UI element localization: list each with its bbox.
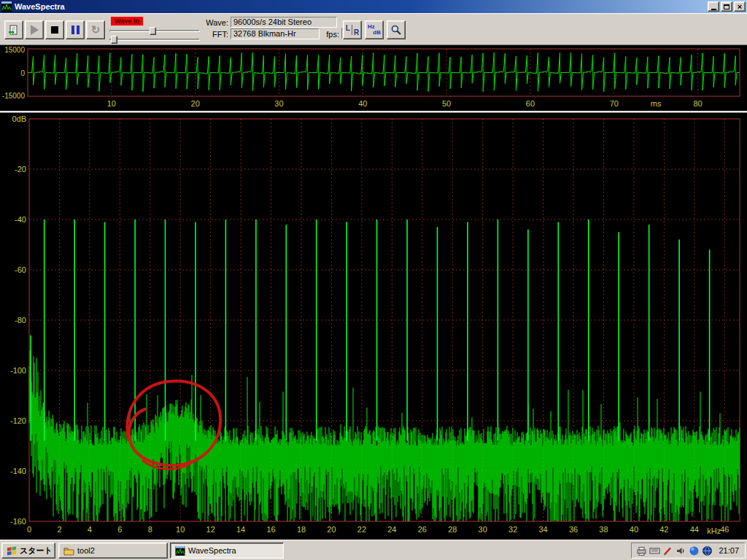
keyboard-icon[interactable] [649,545,660,556]
svg-text:-100: -100 [10,366,26,375]
svg-text:0: 0 [27,525,31,534]
svg-text:46: 46 [720,525,729,534]
svg-text:-120: -120 [10,416,26,425]
play-button[interactable] [25,20,44,39]
titlebar: WaveSpectra × [0,0,747,13]
channel-lr-button[interactable]: L R [343,20,362,39]
taskbar-item-wavespectra[interactable]: WaveSpectra [170,542,284,559]
slider-thumb[interactable] [111,36,117,44]
svg-text:18: 18 [297,525,306,534]
maximize-button[interactable] [721,1,732,12]
task-label: tool2 [77,546,95,555]
wavespectra-window: WaveSpectra × ↻ Wave In Wave: 96000s/s 2… [0,0,747,560]
network-globe-icon[interactable] [702,545,713,556]
svg-text:44: 44 [690,525,699,534]
db-label: dB [373,30,381,36]
svg-text:40: 40 [630,525,638,534]
spectrum-display: 0dB-20-40-60-80-100-120-140-160024681012… [0,113,747,540]
svg-text:34: 34 [538,525,547,534]
svg-text:2: 2 [57,525,61,534]
stop-button[interactable] [45,20,64,39]
taskbar: スタート tool2 WaveSpectra 21:07 [0,540,747,560]
wave-format-value: 96000s/s 24bit Stereo [231,17,337,28]
input-source-badge: Wave In [111,17,143,26]
toolbar: ↻ Wave In Wave: 96000s/s 24bit Stereo FF… [0,13,747,45]
svg-text:42: 42 [659,525,668,534]
svg-text:-15000: -15000 [2,92,26,100]
svg-text:70: 70 [610,99,619,108]
svg-text:10: 10 [107,99,116,108]
lr-divider [352,25,352,35]
svg-text:40: 40 [358,99,367,108]
close-button[interactable]: × [734,1,746,12]
play-icon [31,25,39,35]
minimize-button[interactable] [708,1,719,12]
svg-text:-60: -60 [15,265,26,274]
fps-label: fps: [320,30,341,39]
slider-track [109,39,200,41]
speaker-icon[interactable] [676,545,686,556]
svg-text:20: 20 [191,99,200,108]
magnifier-icon [390,24,402,36]
svg-text:8: 8 [148,525,152,534]
svg-text:4: 4 [88,525,92,534]
svg-text:36: 36 [569,525,578,534]
svg-text:-140: -140 [10,467,26,475]
task-label: WaveSpectra [188,546,236,555]
svg-text:ms: ms [651,99,662,108]
svg-text:16: 16 [266,525,275,534]
svg-text:-160: -160 [10,517,26,526]
svg-text:14: 14 [236,525,245,534]
level-slider-2[interactable] [109,36,200,44]
folder-icon [63,546,74,556]
spectrum-panel: 0dB-20-40-60-80-100-120-140-160024681012… [0,113,747,540]
svg-text:-80: -80 [15,316,26,324]
pen-icon[interactable] [662,545,673,556]
close-icon: × [738,3,742,10]
svg-text:80: 80 [693,99,702,108]
media-ball-icon[interactable] [689,545,700,556]
window-title: WaveSpectra [15,2,706,11]
stream-info: Wave: 96000s/s 24bit Stereo FFT: 32768 B… [198,17,359,40]
left-channel-label: L [346,24,350,32]
svg-text:15000: 15000 [4,46,25,54]
printer-icon[interactable] [636,545,647,556]
level-slider-1[interactable] [109,27,200,35]
wave-label: Wave: [198,18,231,27]
start-label: スタート [20,545,50,556]
fft-label: FFT: [198,30,231,39]
svg-text:6: 6 [117,525,122,534]
loop-button[interactable]: ↻ [86,20,105,39]
svg-text:-20: -20 [15,165,26,174]
pause-button[interactable] [66,20,85,39]
svg-text:20: 20 [327,525,336,534]
fft-settings-value: 32768 Blkman-Hr [231,28,320,39]
svg-text:30: 30 [479,525,487,534]
svg-text:22: 22 [357,525,366,534]
svg-text:kHz: kHz [707,526,721,535]
axis-scale-button[interactable]: Hz dB [365,20,384,39]
slider-thumb[interactable] [150,27,156,35]
app-icon [1,1,12,12]
open-file-icon [8,24,20,36]
svg-text:60: 60 [526,99,535,108]
svg-text:12: 12 [206,525,215,534]
svg-text:38: 38 [599,525,608,534]
svg-text:0: 0 [20,69,25,77]
stop-icon [51,26,58,34]
wavespectra-task-icon [175,546,185,556]
start-button[interactable]: スタート [1,542,55,559]
svg-text:32: 32 [508,525,517,534]
svg-text:-40: -40 [15,215,26,224]
open-file-button[interactable] [4,20,23,39]
svg-text:26: 26 [418,525,427,534]
loop-icon: ↻ [91,25,101,35]
settings-magnifier-button[interactable] [387,20,406,39]
taskbar-item-tool2[interactable]: tool2 [58,542,168,559]
waveform-display: 150000-150001020304050607080ms [0,45,747,111]
svg-text:28: 28 [448,525,457,534]
system-tray: 21:07 [631,542,746,559]
waveform-panel: 150000-150001020304050607080ms [0,45,747,111]
minimize-icon [711,9,716,10]
svg-text:10: 10 [176,525,185,534]
